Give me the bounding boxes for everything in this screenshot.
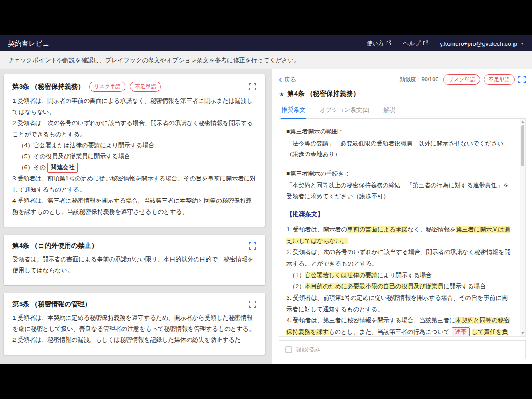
expand-icon[interactable]	[518, 76, 526, 83]
detail-toolbar-right: 類似度：90/100 リスク単語 不足単語	[399, 74, 526, 85]
flagged-term[interactable]: 関連会社	[47, 163, 78, 173]
app-header: 契約書レビュー 使い方 ヘルプ	[0, 35, 532, 51]
text-segment: 3 受領者は、前項第1号の定めに従い秘密情報を開示する場合、その旨を事前に開示者…	[12, 175, 256, 193]
text-segment: 4. 受領者は、第三者に秘密情報を開示する場合、当該第三者に	[286, 317, 455, 324]
usage-link-label: 使い方	[367, 39, 384, 47]
clause-text: 受領者は、開示者の書面による事前の承諾がない限り、本目的以外の目的で、秘密情報を…	[12, 254, 256, 276]
usage-link[interactable]: 使い方	[367, 39, 391, 47]
screen: 契約書レビュー 使い方 ヘルプ	[0, 0, 532, 399]
risk-word-badge: リスク単語	[89, 82, 126, 92]
main-area: 第3条 （秘密保持義務） リスク単語 不足単語 1 受領者は、開示者の事前の書面…	[0, 69, 532, 364]
scrollbar[interactable]	[520, 119, 525, 336]
back-chevron-icon: ‹	[279, 75, 282, 83]
text-segment: 4 受領者は、第三者に秘密情報を開示する場合、当該第三者に本契約と同等の秘密保持…	[12, 197, 252, 215]
contract-paragraph: （5）その役員及び従業員に開示する場合	[12, 151, 256, 162]
flagged-term[interactable]: 連帯	[452, 327, 470, 337]
recommended-paragraph: 1. 受領者は、開示者の事前の書面による承諾なく、秘密情報を第三者に開示又は漏え…	[286, 224, 511, 246]
contract-paragraph: 3 受領者は、前項第1号の定めに従い秘密情報を開示する場合、その旨を事前に開示者…	[12, 173, 256, 196]
header-right: 使い方 ヘルプ y.komuro+p	[367, 39, 524, 47]
clause-card-article5[interactable]: 第5条 （秘密情報の管理） 1 受領者は、本契約に定める秘密保持義務を遵守するた…	[4, 293, 265, 355]
help-link-label: ヘルプ	[403, 39, 421, 47]
checkpoint-heading: ■第三者開示の手続き：	[286, 169, 511, 179]
confirmed-checkbox[interactable]	[285, 346, 292, 353]
text-segment: （4）官公署または法律の要請により開示する場合	[18, 142, 154, 149]
contract-paragraph: 2 受領者は、次の各号のいずれかに該当する場合、開示者の承諾なく秘密情報を開示す…	[12, 118, 256, 140]
clause-text: 1 受領者は、開示者の事前の書面による承諾なく、秘密情報を第三者に開示または漏洩…	[12, 96, 256, 218]
star-icon[interactable]: ★	[279, 90, 285, 98]
text-segment: （5）その役員及び従業員に開示する場合	[18, 153, 130, 160]
app-title: 契約書レビュー	[8, 39, 57, 48]
text-segment: 1 受領者は、開示者の事前の書面による承諾なく、秘密情報を第三者に開示または漏洩…	[12, 98, 253, 115]
clause-card-title: 第5条 （秘密情報の管理）	[12, 300, 91, 309]
card-header: 第3条 （秘密保持義務） リスク単語 不足単語	[12, 82, 256, 92]
expand-icon[interactable]	[249, 242, 256, 250]
contract-review-app: 契約書レビュー 使い方 ヘルプ	[0, 35, 532, 364]
text-segment: 2 受領者は、秘密情報の漏洩、もしくは秘密情報を記録した媒体の紛失を防止するた	[12, 336, 241, 343]
tab-option-clauses[interactable]: オプション条文(2)	[319, 102, 371, 118]
scroll-down-arrow-icon[interactable]	[521, 332, 524, 334]
clause-card-article4[interactable]: 第4条 （目的外使用の禁止） 受領者は、開示者の書面による事前の承諾がない限り、…	[4, 235, 265, 285]
text-segment: 2. 受領者は、次の各号のいずれかに該当する場合、開示者の承諾なく秘密情報を開示…	[286, 249, 510, 267]
recommended-paragraph: 2. 受領者は、次の各号のいずれかに該当する場合、開示者の承諾なく秘密情報を開示…	[286, 246, 511, 269]
scrollbar-thumb[interactable]	[521, 125, 524, 166]
contract-paragraph: 4 受領者は、第三者に秘密情報を開示する場合、当該第三者に本契約と同等の秘密保持…	[12, 196, 256, 218]
recommended-paragraph: 4. 受領者は、第三者に秘密情報を開示する場合、当該第三者に本契約と同等の秘密保…	[286, 315, 511, 337]
checkpoint-body: 「法令等の要請」「必要最低限の受領者役職員」以外に開示させないでください（譲歩の…	[286, 138, 511, 160]
missing-word-badge: 不足単語	[130, 82, 161, 92]
external-link-icon	[423, 40, 428, 47]
clause-card-title: 第4条 （目的外使用の禁止）	[12, 242, 98, 250]
highlighted-text: 官公署若しくは法律の要請	[305, 272, 377, 278]
missing-word-badge: 不足単語	[484, 74, 515, 85]
detail-tabs: 推奨条文 オプション条文(2) 解説	[279, 102, 526, 119]
text-segment: （2）	[289, 283, 305, 289]
card-header: 第5条 （秘密情報の管理）	[12, 300, 256, 309]
expand-icon[interactable]	[249, 83, 256, 90]
detail-title-row: ★ 第4条 （秘密保持義務）	[279, 90, 526, 98]
detail-clause-title: 第4条 （秘密保持義務）	[288, 90, 360, 98]
back-label: 戻る	[284, 76, 296, 84]
similarity-score: 類似度：90/100	[399, 76, 438, 83]
contract-paragraph: 1 受領者は、開示者の事前の書面による承諾なく、秘密情報を第三者に開示または漏洩…	[12, 96, 256, 118]
text-segment: （6）その	[18, 164, 46, 171]
help-link[interactable]: ヘルプ	[403, 39, 428, 47]
text-segment: なく、秘密情報を	[407, 226, 456, 233]
scroll-up-arrow-icon[interactable]	[521, 121, 524, 123]
card-header: 第4条 （目的外使用の禁止）	[12, 242, 256, 250]
risk-word-badge: リスク単語	[443, 74, 480, 85]
text-segment: により開示する場合	[377, 272, 432, 278]
recommended-paragraph: （2）本目的のために必要最小限の自己の役員及び従業員に開示する場合	[286, 281, 511, 292]
clause-card-article3[interactable]: 第3条 （秘密保持義務） リスク単語 不足単語 1 受領者は、開示者の事前の書面…	[4, 74, 265, 227]
text-segment: 1 受領者は、本契約に定める秘密保持義務を遵守するため、開示者から受領した秘密情…	[12, 314, 255, 332]
contract-paragraph: （4）官公署または法律の要請により開示する場合	[12, 140, 256, 151]
highlighted-text: 事前の書面による承諾	[347, 226, 407, 233]
clause-list-panel: 第3条 （秘密保持義務） リスク単語 不足単語 1 受領者は、開示者の事前の書面…	[0, 69, 270, 364]
clause-card-title: 第3条 （秘密保持義務）	[12, 82, 85, 91]
detail-toolbar: ‹ 戻る 類似度：90/100 リスク単語 不足単語	[279, 74, 526, 85]
checkpoint-heading: ■第三者開示の範囲：	[286, 127, 511, 137]
recommended-clause-heading: 【推奨条文】	[286, 211, 511, 219]
back-button[interactable]: ‹ 戻る	[279, 76, 297, 84]
text-segment: （1）	[289, 272, 305, 278]
recommended-clause-content: ■第三者開示の範囲： 「法令等の要請」「必要最低限の受領者役職員」以外に開示させ…	[279, 119, 526, 337]
text-segment: 3. 受領者は、前項第1号の定めに従い秘密情報を開示する場合、その旨を事前に開示…	[286, 294, 508, 313]
text-segment: ものとし、また、当該第三者の行為について	[329, 329, 450, 335]
contract-paragraph: 受領者は、開示者の書面による事前の承諾がない限り、本目的以外の目的で、秘密情報を…	[12, 254, 256, 276]
tab-commentary[interactable]: 解説	[383, 102, 397, 118]
account-email: y.komuro+pro@gvatech.co.jp	[440, 40, 517, 47]
recommended-paragraph: 3. 受領者は、前項第1号の定めに従い秘密情報を開示する場合、その旨を事前に開示…	[286, 292, 511, 315]
clause-detail-panel: ‹ 戻る 類似度：90/100 リスク単語 不足単語	[272, 69, 532, 364]
chevron-down-icon: ▼	[520, 42, 524, 46]
contract-paragraph: 2 受領者は、秘密情報の漏洩、もしくは秘密情報を記録した媒体の紛失を防止するた	[12, 335, 256, 346]
tab-recommended-clause[interactable]: 推奨条文	[281, 102, 306, 119]
text-segment: 1. 受領者は、開示者の	[286, 226, 347, 233]
confirmed-checkbox-label: 確認済み	[296, 346, 320, 354]
text-segment: 受領者は、開示者の書面による事前の承諾がない限り、本目的以外の目的で、秘密情報を…	[12, 256, 254, 274]
instruction-text: チェックポイントや解説を確認し、プレイブックの条文やオプション条文を参考に修正を…	[8, 57, 300, 63]
highlighted-text: 本目的のために必要最小限の自己の役員及び従業員	[305, 283, 444, 289]
clause-text: 1 受領者は、本契約に定める秘密保持義務を遵守するため、開示者から受領した秘密情…	[12, 313, 256, 346]
text-segment: 2 受領者は、次の各号のいずれかに該当する場合、開示者の承諾なく秘密情報を開示す…	[12, 120, 253, 137]
external-link-icon	[386, 40, 391, 47]
text-segment: に開示する場合	[443, 283, 485, 289]
account-menu[interactable]: y.komuro+pro@gvatech.co.jp ▼	[440, 40, 524, 47]
expand-icon[interactable]	[249, 301, 256, 308]
